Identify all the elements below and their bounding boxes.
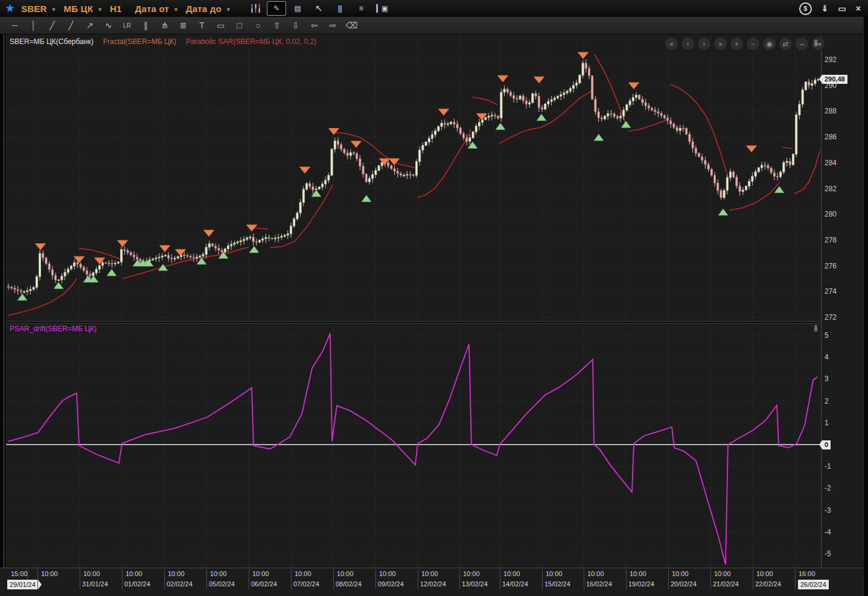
time-axis-time-label: 10:00: [587, 570, 604, 577]
time-axis-time-label: 10:00: [421, 570, 438, 577]
fan-tool[interactable]: ⋔: [156, 18, 173, 33]
price-axis-label: 284: [825, 159, 837, 167]
indicator-axis-label: 5: [825, 331, 829, 340]
time-axis-time-label: 10:00: [714, 570, 731, 577]
zoom-out-button[interactable]: −: [746, 37, 760, 51]
ray-tool[interactable]: ╱: [62, 18, 80, 33]
parallel-channel-tool[interactable]: ∥: [137, 18, 155, 33]
time-axis-date-label: 31/01/24: [82, 580, 108, 588]
indicator-axis-label: -2: [825, 484, 831, 492]
chevron-down-icon[interactable]: ▼: [173, 7, 179, 13]
end-date-tag: 26/02/24: [798, 580, 829, 589]
time-axis-separator: [122, 569, 123, 589]
time-axis-separator: [80, 569, 80, 589]
time-axis-date-label: 06/02/24: [251, 580, 277, 588]
levels-icon[interactable]: ≡: [351, 1, 371, 16]
close-icon[interactable]: ×: [856, 4, 861, 13]
indicator-axis-label: -5: [825, 550, 831, 558]
scroll-start-button[interactable]: «: [665, 37, 678, 51]
time-axis-date-label: 08/02/24: [336, 580, 362, 588]
price-axis-label: 278: [825, 236, 837, 244]
time-axis-date-label: 21/02/24: [713, 580, 739, 588]
draw-mode-icon[interactable]: ✎: [267, 1, 286, 16]
time-axis-time-label: 10:00: [41, 570, 58, 577]
regression-channel-tool[interactable]: LR: [118, 18, 136, 33]
candlestick-chart-icon[interactable]: ╽╿╽: [246, 1, 265, 16]
download-icon[interactable]: ⇓: [822, 4, 829, 13]
chevron-down-icon[interactable]: ▼: [97, 7, 103, 13]
zoom-region-button[interactable]: ◉: [762, 37, 776, 51]
time-axis-separator: [710, 569, 711, 589]
legend-fractal-indicator[interactable]: Fractal(SBER=МБ ЦК): [103, 37, 176, 46]
measure-tool[interactable]: ▭: [212, 18, 229, 33]
timeframe-selector[interactable]: H1: [110, 4, 122, 14]
minimize-icon[interactable]: ▭: [838, 4, 846, 13]
rectangle-tool[interactable]: □: [231, 18, 248, 33]
chart-mode-buttons: ╽╿╽✎▤↖|||≡▎▣: [246, 1, 392, 16]
window-right-edge: [863, 17, 868, 596]
time-axis-date-label: 05/02/24: [209, 580, 235, 588]
psar-drift-indicator-plot[interactable]: [6, 323, 821, 568]
trend-arrow-tool[interactable]: ↗: [81, 18, 98, 33]
arrow-left-tool[interactable]: ⇦: [305, 18, 323, 33]
arrow-down-tool[interactable]: ⇩: [287, 18, 304, 33]
collapse-indicator-panel-icon[interactable]: ««: [812, 325, 821, 331]
indicator-axis-label: 2: [825, 397, 829, 405]
price-axis-label: 274: [825, 287, 837, 296]
fit-width-button[interactable]: ⇄: [779, 37, 793, 51]
time-axis-separator: [418, 569, 418, 589]
vertical-line-tool[interactable]: │: [25, 18, 42, 33]
polyline-tool[interactable]: ∿: [100, 18, 117, 33]
segment-tool[interactable]: ╱: [43, 18, 61, 33]
price-axis-label: 288: [825, 107, 837, 115]
time-axis-time-label: 10:00: [83, 570, 100, 577]
cursor-icon[interactable]: ↖: [309, 1, 328, 16]
drawing-toolbar: ─│╱╱↗∿LR∥⋔≣T▭□○⇧⇩⇦⇨⌫: [0, 17, 868, 34]
scroll-end-button[interactable]: »: [713, 37, 727, 51]
panel-splitter[interactable]: [6, 321, 821, 324]
window-controls: $⇓▭×: [799, 2, 868, 15]
scroll-right-button[interactable]: ›: [697, 37, 711, 51]
fibo-levels-tool[interactable]: ≣: [174, 18, 192, 33]
date-to-selector[interactable]: Дата до: [186, 4, 222, 14]
quotes-icon[interactable]: |||: [330, 1, 349, 16]
chevron-down-icon[interactable]: ▼: [51, 7, 57, 13]
legend-parabolic-sar-indicator[interactable]: Parabolic SAR(SBER=МБ ЦК, 0,02, 0,2): [186, 37, 316, 46]
legend-symbol[interactable]: SBER=МБ ЦК(Сбербанк): [10, 37, 94, 46]
date-from-selector[interactable]: Дата от: [135, 4, 169, 14]
delete-tool[interactable]: ⌫: [343, 18, 360, 33]
time-axis-separator: [249, 569, 249, 589]
time-axis-date-label: 14/02/24: [502, 580, 528, 588]
time-axis-date-label: 13/02/24: [462, 580, 488, 588]
market-selector[interactable]: МБ ЦК: [63, 4, 93, 14]
chart-navigation-buttons: «‹›»+−◉⇄⇔⇥: [665, 37, 825, 51]
main-candlestick-plot[interactable]: [6, 34, 821, 321]
time-axis[interactable]: 15:0029/01/2410:0010:0031/01/2410:0001/0…: [0, 568, 868, 596]
time-axis-separator: [668, 569, 669, 589]
time-axis-separator: [795, 569, 796, 589]
time-axis-time-label: 15:00: [11, 570, 28, 577]
drift-zero-tag: 0: [822, 440, 831, 449]
scroll-left-button[interactable]: ‹: [681, 37, 695, 51]
account-balance-icon[interactable]: $: [799, 2, 812, 15]
ellipse-tool[interactable]: ○: [249, 18, 267, 33]
text-tool[interactable]: T: [193, 18, 211, 33]
arrow-up-tool[interactable]: ⇧: [268, 18, 286, 33]
time-axis-separator: [37, 569, 38, 589]
chevron-down-icon[interactable]: ▼: [226, 7, 231, 13]
time-axis-date-label: 20/02/24: [671, 580, 697, 588]
last-price-tag: 290,48: [822, 75, 847, 84]
collapse-main-panel-icon[interactable]: ««: [812, 39, 821, 45]
zoom-in-button[interactable]: +: [730, 37, 744, 51]
fit-scale-button[interactable]: ⇔: [795, 37, 809, 51]
record-icon[interactable]: ▎▣: [372, 1, 392, 16]
arrow-right-tool[interactable]: ⇨: [324, 18, 342, 33]
legend-psar-drift-indicator[interactable]: PSAR_drift(SBER=МБ ЦК): [10, 325, 97, 333]
time-axis-separator: [753, 569, 753, 589]
time-axis-time-label: 10:00: [672, 570, 689, 577]
chart-edit-icon[interactable]: ▤: [288, 1, 307, 16]
horizontal-line-tool[interactable]: ─: [6, 18, 24, 33]
symbol-selector[interactable]: SBER: [21, 4, 46, 14]
indicator-grid: [6, 323, 821, 568]
favorite-star-icon[interactable]: ★: [5, 1, 15, 16]
